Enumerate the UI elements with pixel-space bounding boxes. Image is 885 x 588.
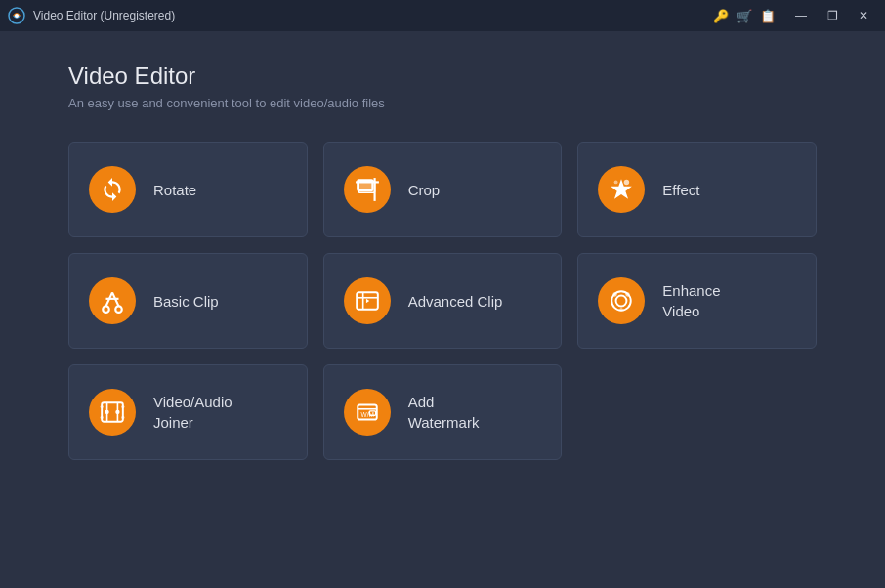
rotate-icon (100, 177, 125, 202)
maximize-button[interactable]: ❐ (819, 6, 846, 25)
joiner-tool-card[interactable]: Video/AudioJoiner (68, 364, 308, 460)
enhance-video-label: EnhanceVideo (662, 280, 720, 321)
svg-point-28 (101, 416, 104, 419)
cart-icon[interactable]: 🛒 (737, 9, 752, 23)
basic-clip-label: Basic Clip (153, 291, 219, 312)
title-bar-title: Video Editor (Unregistered) (33, 9, 175, 22)
svg-point-10 (115, 306, 122, 313)
advanced-clip-icon-circle (344, 277, 391, 324)
effect-label: Effect (662, 180, 699, 200)
watermark-label: AddWatermark (408, 392, 480, 433)
effect-tool-card[interactable]: Effect (577, 142, 817, 237)
crop-label: Crop (408, 180, 441, 200)
watermark-icon: W/M (355, 399, 380, 425)
crop-icon-circle (344, 166, 391, 213)
title-bar-extras: 🔑 🛒 📋 (713, 9, 776, 23)
svg-point-20 (626, 292, 630, 296)
app-icon (8, 7, 25, 24)
svg-point-18 (616, 296, 627, 307)
svg-point-8 (614, 180, 618, 184)
feedback-icon[interactable]: 📋 (760, 9, 776, 23)
svg-point-27 (101, 405, 104, 408)
close-button[interactable]: ✕ (850, 6, 877, 25)
svg-point-9 (103, 306, 109, 313)
basic-clip-icon (100, 288, 125, 314)
svg-point-21 (620, 308, 623, 311)
title-bar-controls: — ❐ ✕ (787, 6, 877, 25)
svg-point-19 (613, 292, 617, 296)
title-bar-left: Video Editor (Unregistered) (8, 7, 175, 24)
svg-point-1 (15, 14, 19, 18)
basic-clip-icon-circle (89, 277, 136, 324)
effect-icon-circle (598, 166, 645, 213)
advanced-clip-label: Advanced Clip (408, 291, 503, 312)
key-icon[interactable]: 🔑 (713, 9, 729, 23)
rotate-tool-card[interactable]: Rotate (68, 142, 308, 237)
enhance-video-icon (609, 288, 634, 314)
svg-point-26 (115, 410, 119, 414)
rotate-icon-circle (89, 166, 136, 213)
rotate-label: Rotate (153, 180, 196, 200)
crop-icon (355, 177, 380, 202)
enhance-video-tool-card[interactable]: EnhanceVideo (577, 253, 817, 349)
joiner-icon-circle (89, 389, 136, 436)
advanced-clip-icon (355, 288, 380, 314)
svg-point-30 (121, 416, 124, 419)
svg-point-7 (624, 180, 629, 185)
enhance-video-icon-circle (598, 277, 645, 324)
basic-clip-tool-card[interactable]: Basic Clip (68, 253, 308, 349)
effect-icon (609, 177, 634, 202)
advanced-clip-tool-card[interactable]: Advanced Clip (323, 253, 563, 349)
page-title: Video Editor (68, 63, 817, 90)
main-content: Video Editor An easy use and convenient … (0, 31, 885, 483)
joiner-label: Video/AudioJoiner (153, 392, 232, 433)
joiner-icon (100, 399, 125, 425)
tools-grid: Rotate Crop (68, 142, 817, 460)
minimize-button[interactable]: — (787, 6, 815, 25)
watermark-tool-card[interactable]: W/M AddWatermark (323, 364, 563, 460)
crop-tool-card[interactable]: Crop (323, 142, 563, 237)
svg-rect-22 (102, 402, 123, 422)
svg-point-25 (105, 410, 108, 414)
page-subtitle: An easy use and convenient tool to edit … (68, 96, 817, 110)
watermark-icon-circle: W/M (344, 389, 391, 436)
title-bar: Video Editor (Unregistered) 🔑 🛒 📋 — ❐ ✕ (0, 0, 885, 31)
svg-point-29 (121, 405, 124, 408)
